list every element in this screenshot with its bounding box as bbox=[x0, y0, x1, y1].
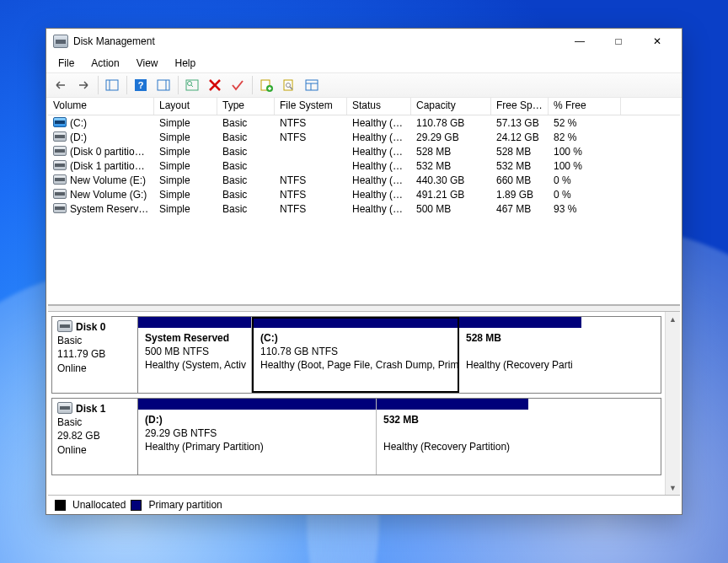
col-filesystem[interactable]: File System bbox=[275, 98, 347, 115]
col-free[interactable]: Free Spa... bbox=[491, 98, 549, 115]
volume-row[interactable]: (Disk 1 partition 2)SimpleBasicHealthy (… bbox=[48, 158, 680, 173]
disk-state: Online bbox=[57, 443, 132, 457]
partition-title: (C:) bbox=[260, 331, 452, 345]
volume-status: Healthy (S... bbox=[347, 203, 411, 215]
legend-unallocated: Unallocated bbox=[72, 499, 126, 511]
disk-title: Disk 1 bbox=[76, 403, 105, 415]
menu-file[interactable]: File bbox=[50, 56, 83, 71]
disk-label[interactable]: Disk 1Basic29.82 GBOnline bbox=[51, 398, 137, 475]
close-button[interactable]: ✕ bbox=[638, 29, 677, 54]
disk-size: 111.79 GB bbox=[57, 347, 132, 361]
volume-icon bbox=[53, 160, 67, 170]
volume-free: 1.89 GB bbox=[491, 189, 549, 201]
partition-color-bar bbox=[254, 319, 458, 328]
partition-status: Healthy (Recovery Parti bbox=[466, 358, 576, 372]
volume-pct-free: 100 % bbox=[549, 146, 621, 158]
disk-type: Basic bbox=[57, 334, 132, 347]
partition[interactable]: (C:)110.78 GB NTFSHealthy (Boot, Page Fi… bbox=[252, 317, 459, 393]
disk-row: Disk 0Basic111.79 GBOnlineSystem Reserve… bbox=[51, 316, 661, 394]
volume-type: Basic bbox=[217, 174, 275, 186]
partition[interactable]: System Reserved500 MB NTFSHealthy (Syste… bbox=[138, 317, 252, 393]
col-pct-free[interactable]: % Free bbox=[549, 98, 621, 115]
settings-button[interactable] bbox=[301, 74, 323, 96]
disk-graphical-view: Disk 0Basic111.79 GBOnlineSystem Reserve… bbox=[48, 312, 680, 495]
svg-rect-4 bbox=[158, 80, 169, 90]
back-button[interactable] bbox=[50, 74, 72, 96]
volume-name: (Disk 1 partition 2) bbox=[70, 160, 152, 172]
create-vhd-button[interactable] bbox=[255, 74, 277, 96]
volume-layout: Simple bbox=[154, 131, 217, 143]
refresh-button[interactable] bbox=[181, 74, 203, 96]
partition-status: Healthy (Boot, Page File, Crash Dump, Pr… bbox=[260, 358, 452, 372]
app-icon bbox=[53, 35, 68, 48]
vertical-scrollbar[interactable]: ▲ ▼ bbox=[665, 312, 680, 495]
col-volume[interactable]: Volume bbox=[48, 98, 154, 115]
disk-icon bbox=[57, 320, 72, 332]
volume-icon bbox=[53, 189, 67, 199]
menu-help[interactable]: Help bbox=[167, 56, 205, 71]
volume-row[interactable]: (Disk 0 partition 3)SimpleBasicHealthy (… bbox=[48, 144, 680, 158]
volume-fs: NTFS bbox=[275, 189, 347, 201]
minimize-button[interactable]: — bbox=[560, 29, 599, 54]
scroll-up-icon[interactable]: ▲ bbox=[666, 312, 680, 326]
menu-view[interactable]: View bbox=[128, 56, 167, 71]
volume-pct-free: 52 % bbox=[549, 117, 621, 129]
volume-name: (C:) bbox=[70, 117, 87, 129]
volume-status: Healthy (B... bbox=[347, 117, 411, 129]
volume-row[interactable]: (C:)SimpleBasicNTFSHealthy (B...110.78 G… bbox=[48, 115, 680, 130]
volume-row[interactable]: (D:)SimpleBasicNTFSHealthy (P...29.29 GB… bbox=[48, 130, 680, 144]
partition[interactable]: 532 MB Healthy (Recovery Partition) bbox=[377, 399, 528, 475]
partition-color-bar bbox=[138, 399, 376, 410]
volume-layout: Simple bbox=[154, 146, 217, 158]
volume-row[interactable]: System ReservedSimpleBasicNTFSHealthy (S… bbox=[48, 201, 680, 216]
volume-row[interactable]: New Volume (E:)SimpleBasicNTFSHealthy (A… bbox=[48, 173, 680, 187]
delete-button[interactable] bbox=[204, 74, 226, 96]
maximize-button[interactable]: □ bbox=[599, 29, 638, 54]
partition-title: System Reserved bbox=[145, 331, 246, 345]
volume-name: New Volume (G:) bbox=[70, 189, 147, 201]
menu-bar: File Action View Help bbox=[46, 54, 682, 72]
disk-label[interactable]: Disk 0Basic111.79 GBOnline bbox=[51, 316, 137, 394]
partition-title: (D:) bbox=[145, 413, 371, 426]
volume-fs: NTFS bbox=[275, 117, 347, 129]
forward-button[interactable] bbox=[72, 74, 94, 96]
disk-size: 29.82 GB bbox=[57, 429, 132, 442]
splitter[interactable] bbox=[48, 305, 680, 312]
help-button[interactable]: ? bbox=[130, 74, 152, 96]
volume-icon bbox=[53, 117, 67, 127]
col-layout[interactable]: Layout bbox=[154, 98, 217, 115]
show-hide-action-pane-button[interactable] bbox=[153, 74, 174, 96]
partition-status: Healthy (Recovery Partition) bbox=[383, 440, 523, 453]
volume-type: Basic bbox=[217, 117, 275, 129]
volume-list[interactable]: Volume Layout Type File System Status Ca… bbox=[48, 98, 680, 305]
volume-icon bbox=[53, 131, 67, 142]
disk-partitions: (D:)29.29 GB NTFSHealthy (Primary Partit… bbox=[137, 398, 661, 475]
col-status[interactable]: Status bbox=[347, 98, 411, 115]
partition[interactable]: (D:)29.29 GB NTFSHealthy (Primary Partit… bbox=[138, 399, 377, 475]
volume-fs: NTFS bbox=[275, 203, 347, 215]
legend-primary: Primary partition bbox=[148, 499, 222, 511]
scroll-down-icon[interactable]: ▼ bbox=[666, 480, 680, 495]
column-headers[interactable]: Volume Layout Type File System Status Ca… bbox=[48, 98, 680, 115]
volume-layout: Simple bbox=[154, 189, 217, 201]
partition[interactable]: 528 MB Healthy (Recovery Parti bbox=[459, 317, 581, 393]
disk-type: Basic bbox=[57, 416, 132, 429]
volume-icon bbox=[53, 203, 67, 213]
properties-button[interactable] bbox=[227, 74, 249, 96]
col-capacity[interactable]: Capacity bbox=[411, 98, 491, 115]
volume-type: Basic bbox=[217, 189, 275, 201]
attach-vhd-button[interactable] bbox=[278, 74, 300, 96]
volume-row[interactable]: New Volume (G:)SimpleBasicNTFSHealthy (P… bbox=[48, 187, 680, 201]
svg-text:?: ? bbox=[138, 80, 144, 90]
disk-row: Disk 1Basic29.82 GBOnline(D:)29.29 GB NT… bbox=[51, 398, 661, 475]
svg-line-8 bbox=[191, 85, 193, 87]
show-hide-console-tree-button[interactable] bbox=[101, 74, 123, 96]
volume-icon bbox=[53, 146, 67, 156]
titlebar[interactable]: Disk Management — □ ✕ bbox=[46, 29, 682, 54]
volume-pct-free: 93 % bbox=[549, 203, 621, 215]
col-type[interactable]: Type bbox=[217, 98, 275, 115]
volume-layout: Simple bbox=[154, 203, 217, 215]
disk-management-window: Disk Management — □ ✕ File Action View H… bbox=[46, 28, 682, 515]
menu-action[interactable]: Action bbox=[83, 56, 127, 71]
volume-capacity: 29.29 GB bbox=[411, 131, 491, 143]
